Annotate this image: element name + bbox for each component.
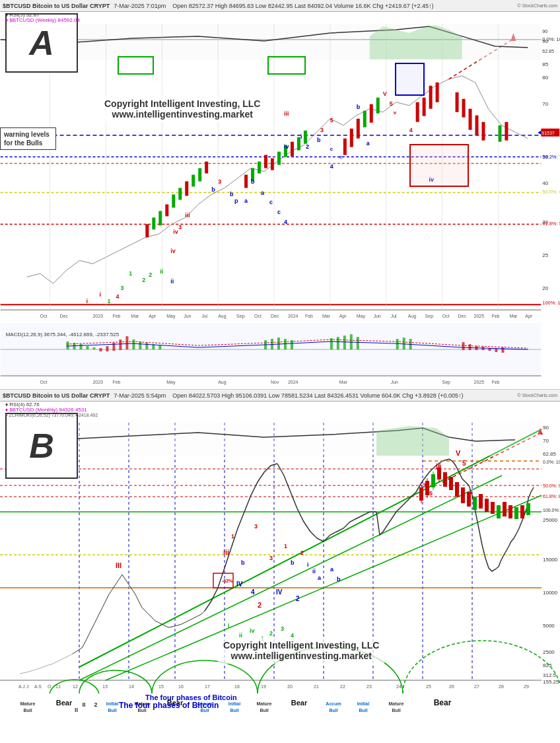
svg-text:b: b: [357, 104, 361, 110]
svg-rect-40: [462, 99, 466, 118]
svg-text:Aug: Aug: [218, 380, 227, 385]
svg-text:Oct: Oct: [442, 314, 450, 318]
svg-rect-21: [258, 162, 261, 174]
svg-rect-10: [152, 217, 155, 229]
svg-rect-62: [145, 343, 148, 349]
svg-rect-38: [436, 83, 439, 102]
svg-text:312.5: 312.5: [543, 672, 557, 678]
svg-text:Apr: Apr: [149, 314, 157, 319]
svg-rect-53: [86, 346, 88, 349]
svg-text:50.0%: 64861.07: 50.0%: 64861.07: [542, 189, 560, 195]
svg-text:40: 40: [542, 180, 548, 186]
chart-b-label: B: [29, 426, 54, 466]
svg-text:2025: 2025: [474, 314, 485, 318]
copyright-a: Copyright Intelligent Investing, LLC www…: [99, 96, 265, 122]
svg-text:Mature: Mature: [20, 701, 36, 706]
svg-text:26: 26: [449, 684, 454, 689]
chart-a: $BTCUSD Bitcoin to US Dollar CRYPT 7-Mar…: [0, 0, 560, 390]
svg-text:2: 2: [94, 701, 97, 708]
chart-b: $BTCUSD Bitcoin to US Dollar CRYPT 7-Mar…: [0, 390, 560, 743]
price-label-a: ♦ $BTCUSD (Weekly) 84592.04: [5, 17, 80, 23]
svg-text:2: 2: [258, 601, 262, 609]
svg-rect-236: [491, 502, 495, 514]
svg-text:ii: ii: [312, 568, 316, 575]
svg-text:5: 5: [390, 100, 393, 107]
red-rect-1: [409, 144, 469, 187]
svg-rect-52: [80, 344, 83, 349]
svg-text:Jul: Jul: [201, 314, 207, 318]
svg-text:May: May: [166, 380, 176, 385]
svg-text:19: 19: [261, 684, 266, 689]
svg-text:iv: iv: [173, 229, 178, 235]
chart-b-ohlcv: Open 84022.5703 High 95106.0391 Low 7858…: [172, 392, 463, 399]
svg-text:b: b: [211, 186, 215, 193]
svg-text:A S: A S: [34, 684, 42, 689]
indicator-b: ♦ ZCHIMOKI(6,26,52) 73770.049,-62418.492: [5, 413, 98, 417]
svg-rect-54: [92, 347, 95, 349]
svg-text:Feb: Feb: [491, 314, 499, 318]
svg-rect-76: [403, 337, 405, 349]
svg-text:Jul: Jul: [391, 314, 397, 318]
svg-text:Feb: Feb: [112, 314, 120, 318]
svg-text:3: 3: [218, 178, 221, 185]
svg-text:25: 25: [542, 252, 548, 258]
svg-rect-228: [443, 472, 447, 487]
svg-text:II: II: [82, 701, 85, 708]
svg-text:2023: 2023: [92, 314, 103, 318]
svg-text:90: 90: [542, 29, 547, 34]
svg-rect-60: [132, 339, 135, 349]
svg-text:ii: ii: [160, 268, 163, 275]
svg-text:29: 29: [524, 684, 529, 689]
svg-rect-9: [145, 224, 149, 237]
svg-text:Bull: Bull: [392, 708, 400, 713]
svg-rect-75: [396, 339, 399, 349]
svg-text:1: 1: [231, 533, 234, 540]
svg-rect-61: [139, 341, 141, 349]
svg-rect-234: [479, 494, 483, 509]
svg-text:2024: 2024: [288, 380, 298, 384]
svg-text:iii: iii: [284, 110, 289, 117]
svg-text:62.85: 62.85: [543, 451, 557, 457]
svg-text:20: 20: [287, 684, 293, 689]
svg-text:1: 1: [284, 543, 287, 549]
svg-text:Bear: Bear: [434, 698, 452, 707]
svg-text:Bull: Bull: [329, 708, 337, 713]
svg-text:May: May: [357, 314, 366, 319]
svg-text:i: i: [300, 133, 302, 140]
svg-text:b: b: [337, 576, 341, 583]
svg-text:17: 17: [205, 684, 210, 689]
svg-text:Mar: Mar: [509, 314, 518, 318]
svg-text:61.8%: 52606.05: 61.8%: 52606.05: [542, 221, 560, 227]
copyright-b: Copyright Intelligent Investing, LLC www…: [218, 637, 384, 664]
svg-text:i: i: [307, 561, 309, 568]
chart-b-label-box: B: [5, 413, 78, 479]
svg-text:Nov: Nov: [271, 380, 279, 384]
svg-text:A J J: A J J: [18, 684, 28, 689]
svg-text:61.8%: 88069.8: 61.8%: 88069.8: [543, 494, 560, 499]
svg-text:v: v: [394, 110, 397, 116]
svg-text:Apr: Apr: [339, 314, 347, 319]
svg-rect-16: [192, 175, 195, 187]
svg-text:0.0%: 109657.22: 0.0%: 109657.22: [542, 36, 560, 42]
chart-a-header: $BTCUSD Bitcoin to US Dollar CRYPT 7-Mar…: [0, 0, 560, 12]
svg-rect-19: [244, 175, 248, 188]
svg-text:0.0%: 100048.24: 0.0%: 100048.24: [543, 460, 560, 464]
svg-text:3: 3: [320, 127, 324, 133]
svg-text:85: 85: [542, 61, 548, 67]
stockcharts-label-a: © StockCharts.com: [518, 3, 557, 8]
svg-rect-67: [277, 337, 280, 349]
sub-header-b: ♦ $BTCUSD (Monthly) 84326.4531: [5, 407, 87, 413]
svg-rect-30: [350, 129, 353, 147]
svg-text:IV: IV: [276, 588, 283, 596]
svg-rect-34: [376, 98, 380, 114]
svg-rect-44: [498, 125, 501, 142]
svg-text:i: i: [99, 291, 101, 298]
svg-text:O: O: [48, 684, 52, 689]
svg-text:Bull: Bull: [359, 708, 367, 713]
svg-text:15: 15: [158, 684, 164, 689]
svg-text:ii: ii: [170, 278, 174, 285]
svg-text:Jun: Jun: [374, 314, 381, 318]
svg-text:Feb: Feb: [491, 380, 499, 384]
svg-text:Dec: Dec: [271, 314, 279, 318]
svg-text:Mature: Mature: [389, 701, 404, 706]
